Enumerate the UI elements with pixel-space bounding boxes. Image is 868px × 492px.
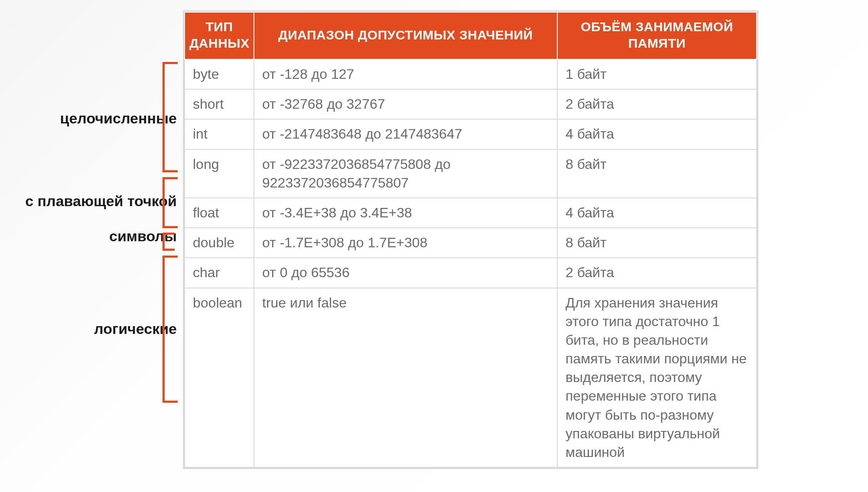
- col-header-range: ДИАПАЗОН ДОПУСТИМЫХ ЗНАЧЕНИЙ: [254, 12, 557, 59]
- table-row: int от -2147483648 до 2147483647 4 байта: [185, 119, 757, 149]
- table-row: long от -9223372036854775808 до 92233720…: [185, 149, 757, 198]
- group-label-integer: целочисленные: [60, 110, 177, 127]
- cell-memory: 8 байт: [557, 228, 757, 258]
- cell-range: от -2147483648 до 2147483647: [254, 119, 557, 149]
- table-header-row: ТИП ДАННЫХ ДИАПАЗОН ДОПУСТИМЫХ ЗНАЧЕНИЙ …: [185, 12, 757, 59]
- cell-memory: 4 байта: [557, 198, 757, 228]
- cell-type: char: [185, 258, 254, 288]
- cell-type: double: [185, 228, 254, 258]
- cell-memory: 8 байт: [557, 149, 757, 198]
- table-row: byte от -128 до 127 1 байт: [185, 59, 757, 89]
- cell-range: от -128 до 127: [254, 59, 557, 89]
- col-header-memory: ОБЪЁМ ЗАНИМАЕМОЙ ПАМЯТИ: [557, 12, 757, 59]
- cell-range: true или false: [254, 288, 557, 468]
- bracket-floating: [163, 177, 178, 228]
- table-row: char от 0 до 65536 2 байта: [185, 258, 757, 288]
- cell-type: short: [185, 89, 254, 119]
- table-row: boolean true или false Для хранения знач…: [185, 288, 757, 468]
- datatype-table-wrap: ТИП ДАННЫХ ДИАПАЗОН ДОПУСТИМЫХ ЗНАЧЕНИЙ …: [183, 10, 758, 469]
- cell-range: от -32768 до 32767: [254, 89, 557, 119]
- bracket-logical: [163, 256, 178, 403]
- cell-type: int: [185, 119, 254, 149]
- slide: целочисленные с плавающей точкой символы…: [0, 0, 868, 492]
- cell-range: от -1.7E+308 до 1.7E+308: [254, 228, 557, 258]
- table-row: short от -32768 до 32767 2 байта: [185, 89, 757, 119]
- col-header-type: ТИП ДАННЫХ: [185, 12, 254, 59]
- cell-memory: 2 байта: [557, 89, 757, 119]
- cell-type: boolean: [185, 288, 254, 468]
- cell-memory: 4 байта: [557, 119, 757, 149]
- table-row: float от -3.4E+38 до 3.4E+38 4 байта: [185, 198, 757, 228]
- group-label-floating: с плавающей точкой: [25, 193, 177, 210]
- bracket-chars: [163, 233, 175, 251]
- cell-type: float: [185, 198, 254, 228]
- datatype-table: ТИП ДАННЫХ ДИАПАЗОН ДОПУСТИМЫХ ЗНАЧЕНИЙ …: [184, 12, 757, 468]
- cell-type: long: [185, 149, 254, 198]
- cell-range: от -3.4E+38 до 3.4E+38: [254, 198, 557, 228]
- cell-memory: 1 байт: [557, 59, 757, 89]
- cell-memory: 2 байта: [557, 258, 757, 288]
- cell-memory: Для хранения значения этого типа достато…: [557, 288, 757, 468]
- cell-type: byte: [185, 59, 254, 89]
- table-row: double от -1.7E+308 до 1.7E+308 8 байт: [185, 228, 757, 258]
- bracket-integer: [163, 62, 178, 172]
- cell-range: от 0 до 65536: [254, 258, 557, 288]
- cell-range: от -9223372036854775808 до 9223372036854…: [254, 149, 557, 198]
